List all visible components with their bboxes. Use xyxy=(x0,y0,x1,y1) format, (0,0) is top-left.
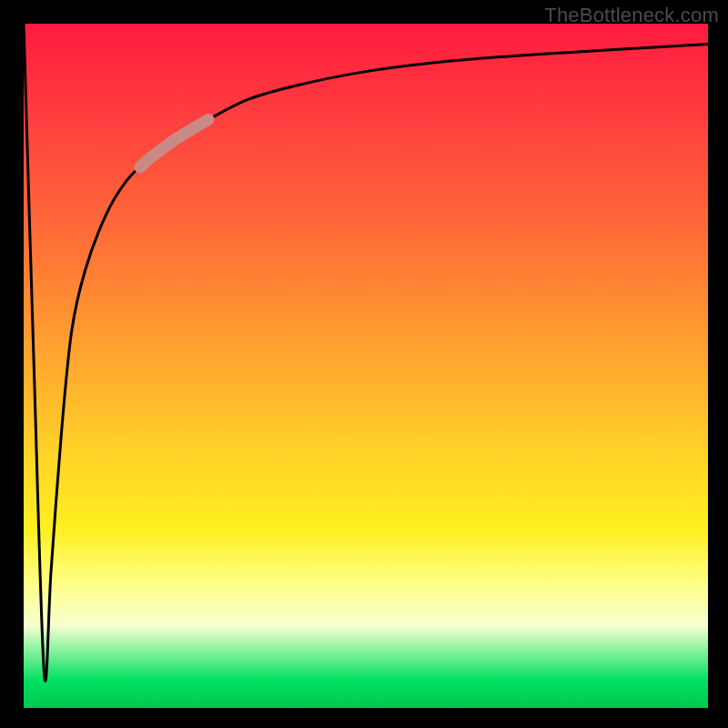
watermark-text: TheBottleneck.com xyxy=(544,4,719,27)
plot-area xyxy=(24,24,708,708)
bottleneck-curve xyxy=(24,24,708,708)
chart-frame: TheBottleneck.com xyxy=(0,0,728,728)
curve-path xyxy=(24,24,708,681)
curve-highlight xyxy=(140,119,208,167)
